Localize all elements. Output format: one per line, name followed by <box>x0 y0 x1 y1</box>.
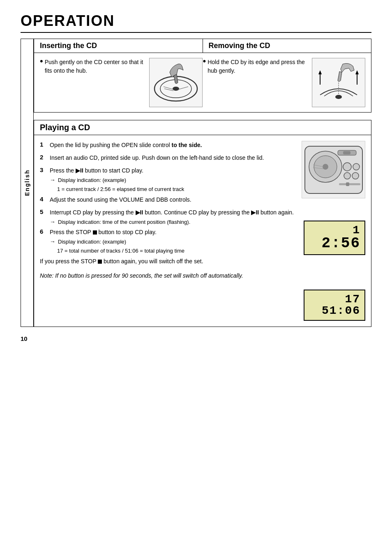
insert-bullet-row: • Push gently on the CD center so that i… <box>40 58 145 75</box>
stop-icon-6b <box>98 260 102 264</box>
svg-marker-11 <box>355 70 359 74</box>
lcd1-time: 2:56 <box>322 236 360 251</box>
steps-list: 1 Open the lid by pushing the OPEN slide… <box>40 141 294 321</box>
svg-rect-17 <box>343 151 350 154</box>
steps-illustrations: 1 2:56 17 51:06 <box>300 141 365 321</box>
step-6-text: Press the STOP button to stop CD play. <box>50 228 157 237</box>
step-1-num: 1 <box>40 141 46 148</box>
step-3-num: 3 <box>40 166 46 173</box>
remove-column: • Hold the CD by its edge and press the … <box>203 58 366 107</box>
arrow-sym-3: → <box>50 177 55 183</box>
lcd2-time: 51:06 <box>322 305 360 317</box>
step-1: 1 Open the lid by pushing the OPEN slide… <box>40 141 294 150</box>
svg-line-5 <box>178 87 188 90</box>
svg-point-20 <box>344 173 350 179</box>
insert-remove-header: Inserting the CD Removing the CD <box>34 39 371 53</box>
insert-cd-illustration <box>149 58 203 107</box>
lcd1-track: 1 <box>353 225 360 236</box>
play-pause-icon-5a: ▶II <box>136 209 143 216</box>
remove-cd-illustration <box>312 58 365 107</box>
step-5-block: 5 Interrupt CD play by pressing the ▶II … <box>40 208 294 226</box>
step-2-text: Insert an audio CD, printed side up. Pus… <box>50 154 264 162</box>
step-3-arrow-text: Display indication: (example) <box>58 177 126 184</box>
step-6-arrow-text: Display indication: (example) <box>58 238 126 246</box>
svg-marker-9 <box>318 70 322 74</box>
svg-point-2 <box>173 87 179 91</box>
remove-bullet-row: • Hold the CD by its edge and press the … <box>203 58 308 75</box>
page-title: OPERATION <box>21 12 371 30</box>
svg-line-3 <box>164 87 174 90</box>
playing-header: Playing a CD <box>34 120 371 135</box>
arrow-sym-5: → <box>50 219 55 225</box>
step-5-num: 5 <box>40 208 46 215</box>
step-4: 4 Adjust the sound using the VOLUME and … <box>40 196 294 204</box>
insert-header-label: Inserting the CD <box>34 39 203 53</box>
step-3-text: Press the ▶II button to start CD play. <box>50 166 143 175</box>
page-number: 10 <box>21 335 371 342</box>
playing-header-label: Playing a CD <box>34 120 96 135</box>
svg-point-21 <box>352 173 359 179</box>
svg-point-6 <box>335 95 342 99</box>
remove-text: Hold the CD by its edge and press the hu… <box>208 58 308 75</box>
step-2-num: 2 <box>40 154 46 161</box>
lcd2-track: 17 <box>345 294 360 305</box>
remove-bullet-dot: • <box>203 57 206 66</box>
insert-remove-body: • Push gently on the CD center so that i… <box>34 53 371 112</box>
step-3-arrow: → Display indication: (example) <box>50 177 294 184</box>
insert-column: • Push gently on the CD center so that i… <box>40 58 203 107</box>
step-6-block: 6 Press the STOP button to stop CD play.… <box>40 228 294 266</box>
playing-section: Playing a CD 1 Open the lid by pushing t… <box>34 120 371 327</box>
insert-remove-section: Inserting the CD Removing the CD • Push … <box>34 39 371 113</box>
step-4-text: Adjust the sound using the VOLUME and DB… <box>50 196 191 204</box>
cd-player-illustration <box>302 141 365 198</box>
step-5-arrow: → Display indication: time of the curren… <box>50 219 294 226</box>
step-6: 6 Press the STOP button to stop CD play. <box>40 228 294 237</box>
step-1-text: Open the lid by pushing the OPEN slide c… <box>50 141 202 150</box>
playing-body: 1 Open the lid by pushing the OPEN slide… <box>34 135 371 327</box>
stop-icon-6 <box>93 230 97 235</box>
arrow-sym-6: → <box>50 238 55 245</box>
play-pause-icon-3: ▶II <box>76 167 83 174</box>
step-2: 2 Insert an audio CD, printed side up. P… <box>40 154 294 162</box>
sidebar-language-label: English <box>21 39 34 327</box>
step-6-num: 6 <box>40 228 46 235</box>
svg-rect-22 <box>339 183 360 185</box>
remove-header-label: Removing the CD <box>203 39 371 53</box>
svg-rect-23 <box>346 182 349 186</box>
svg-point-15 <box>323 164 328 170</box>
play-pause-icon-5b: ▶II <box>251 209 259 216</box>
step-4-num: 4 <box>40 196 46 202</box>
lcd-display-1: 1 2:56 <box>304 221 365 255</box>
lcd-display-2: 17 51:06 <box>304 290 365 321</box>
insert-text: Push gently on the CD center so that it … <box>45 58 145 75</box>
step-3-block: 3 Press the ▶II button to start CD play.… <box>40 166 294 193</box>
step-5-text: Interrupt CD play by pressing the ▶II bu… <box>50 208 294 217</box>
note-text: Note: If no button is pressed for 90 sec… <box>40 271 294 280</box>
title-divider <box>21 32 371 33</box>
step-6-arrow: → Display indication: (example) <box>50 238 294 246</box>
step-3: 3 Press the ▶II button to start CD play. <box>40 166 294 175</box>
insert-bullet-dot: • <box>40 57 43 66</box>
svg-point-19 <box>353 163 360 170</box>
step-6-sub: 17 = total number of tracks / 51:06 = to… <box>57 247 294 255</box>
step-3-sub: 1 = current track / 2:56 = elapsed time … <box>57 186 294 193</box>
step-5: 5 Interrupt CD play by pressing the ▶II … <box>40 208 294 217</box>
step-5-arrow-text: Display indication: time of the current … <box>58 219 190 226</box>
step-6-extra: If you press the STOP button again, you … <box>40 257 294 266</box>
svg-point-18 <box>343 163 351 171</box>
